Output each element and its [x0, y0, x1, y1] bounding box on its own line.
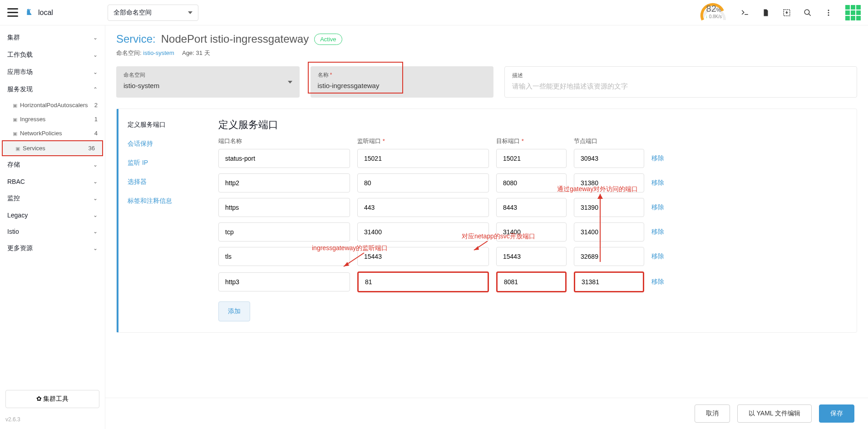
sidebar-item-storage[interactable]: 存储⌄ [0, 156, 105, 173]
chevron-down-icon: ⌄ [93, 69, 98, 75]
port-node-input[interactable] [574, 173, 644, 192]
sidebar-item-legacy[interactable]: Legacy⌄ [0, 207, 105, 223]
port-listen-input[interactable] [357, 173, 489, 192]
port-name-input[interactable] [218, 272, 350, 291]
port-row: 移除 [218, 173, 846, 192]
port-node-input[interactable] [574, 271, 644, 292]
footer-bar: 取消 以 YAML 文件编辑 保存 [105, 398, 868, 429]
sidebar-item-rbac[interactable]: RBAC⌄ [0, 173, 105, 190]
sidebar-sub-services[interactable]: ▣Services36 [3, 141, 102, 155]
port-listen-input[interactable] [357, 271, 489, 292]
sidebar-sub-hpa[interactable]: ▣HorizontalPodAutoscalers2 [0, 98, 105, 112]
edit-yaml-button[interactable]: 以 YAML 文件编辑 [737, 404, 812, 423]
cpu-gauge: 82% ↓ 0.8K/s [699, 2, 728, 24]
service-label: Service: [116, 33, 156, 45]
rancher-logo-icon [25, 8, 35, 17]
port-target-input[interactable] [496, 198, 567, 217]
port-listen-input[interactable] [357, 222, 489, 242]
status-badge: Active [314, 34, 342, 45]
chevron-down-icon: ⌄ [93, 245, 98, 251]
port-node-input[interactable] [574, 198, 644, 217]
port-target-input[interactable] [496, 271, 567, 292]
chevron-down-icon: ⌄ [93, 35, 98, 41]
port-row: 移除 [218, 149, 846, 168]
cluster-tools-button[interactable]: ✿ 集群工具 [5, 390, 99, 408]
port-row: 移除 [218, 222, 846, 242]
terminal-icon[interactable] [741, 9, 749, 17]
ports-panel: 定义服务端口 端口名称 监听端口 * 目标端口 * 节点端口 移除 [207, 109, 857, 332]
port-target-input[interactable] [496, 247, 567, 266]
chevron-down-icon: ⌄ [93, 52, 98, 58]
port-target-input[interactable] [496, 149, 567, 168]
remove-link[interactable]: 移除 [651, 278, 664, 286]
chevron-down-icon: ⌄ [93, 162, 98, 168]
topbar: local 全部命名空间 82% ↓ 0.8K/s [0, 0, 868, 25]
port-name-input[interactable] [218, 173, 350, 192]
port-row: 移除 [218, 271, 846, 292]
port-node-input[interactable] [574, 247, 644, 266]
chevron-up-icon: ⌃ [93, 86, 98, 93]
folder-icon: ▣ [13, 117, 17, 122]
remove-link[interactable]: 移除 [651, 179, 664, 187]
tab-labels[interactable]: 标签和注释信息 [118, 192, 207, 211]
namespace-link[interactable]: istio-system [143, 49, 174, 56]
folder-icon: ▣ [13, 131, 17, 136]
tab-selector[interactable]: 选择器 [118, 173, 207, 192]
chevron-down-icon: ⌄ [93, 178, 98, 185]
sidebar-item-cluster[interactable]: 集群⌄ [0, 29, 105, 46]
folder-icon: ▣ [13, 103, 17, 108]
namespace-select[interactable]: 全部命名空间 [108, 5, 198, 21]
sub-info: 命名空间: istio-system Age: 31 天 [116, 49, 857, 57]
remove-link[interactable]: 移除 [651, 154, 664, 163]
add-port-button[interactable]: 添加 [218, 301, 250, 321]
port-target-input[interactable] [496, 222, 567, 242]
port-listen-input[interactable] [357, 198, 489, 217]
sidebar-sub-networkpolicies[interactable]: ▣NetworkPolicies4 [0, 126, 105, 140]
sidebar-sub-ingresses[interactable]: ▣Ingresses1 [0, 112, 105, 126]
sidebar-item-monitoring[interactable]: 监控⌄ [0, 190, 105, 207]
import-icon[interactable] [783, 9, 791, 17]
port-name-input[interactable] [218, 247, 350, 266]
cluster-name[interactable]: local [38, 9, 53, 17]
tabs: 定义服务端口 会话保持 监听 IP 选择器 标签和注释信息 [117, 109, 207, 332]
namespace-field[interactable]: 命名空间 istio-system [116, 66, 300, 98]
description-field[interactable]: 描述 请输入一些能更好地描述该资源的文字 [504, 66, 857, 98]
save-button[interactable]: 保存 [819, 404, 854, 423]
svg-point-6 [828, 14, 829, 15]
port-name-input[interactable] [218, 198, 350, 217]
svg-point-1 [30, 9, 31, 10]
port-listen-input[interactable] [357, 247, 489, 266]
sidebar-item-istio[interactable]: Istio⌄ [0, 223, 105, 240]
menu-icon[interactable] [7, 7, 18, 18]
port-name-input[interactable] [218, 149, 350, 168]
svg-point-5 [828, 12, 829, 13]
file-icon[interactable] [762, 9, 770, 17]
name-field: 名称 * istio-ingressgateway [311, 66, 494, 98]
tab-listen-ip[interactable]: 监听 IP [118, 153, 207, 173]
sidebar-item-service-discovery[interactable]: 服务发现⌃ [0, 81, 105, 98]
sidebar-item-more[interactable]: 更多资源⌄ [0, 240, 105, 257]
chevron-down-icon: ⌄ [93, 228, 98, 235]
port-row: 移除 [218, 247, 846, 266]
remove-link[interactable]: 移除 [651, 203, 664, 212]
search-icon[interactable] [804, 9, 812, 17]
main-content: Service: NodePort istio-ingressgateway A… [105, 25, 868, 429]
tab-session[interactable]: 会话保持 [118, 134, 207, 153]
more-icon[interactable] [824, 9, 833, 17]
chevron-down-icon: ⌄ [93, 212, 98, 218]
port-name-input[interactable] [218, 222, 350, 242]
tab-ports[interactable]: 定义服务端口 [118, 115, 207, 134]
apps-grid-icon[interactable] [845, 5, 861, 20]
cancel-button[interactable]: 取消 [695, 404, 730, 423]
port-node-input[interactable] [574, 222, 644, 242]
sidebar-item-apps[interactable]: 应用市场⌄ [0, 64, 105, 81]
remove-link[interactable]: 移除 [651, 252, 664, 261]
remove-link[interactable]: 移除 [651, 228, 664, 236]
service-name: NodePort istio-ingressgateway [161, 33, 309, 45]
svg-point-3 [804, 10, 809, 15]
port-listen-input[interactable] [357, 149, 489, 168]
folder-icon: ▣ [15, 146, 20, 151]
sidebar-item-workload[interactable]: 工作负载⌄ [0, 46, 105, 64]
port-node-input[interactable] [574, 149, 644, 168]
port-target-input[interactable] [496, 173, 567, 192]
